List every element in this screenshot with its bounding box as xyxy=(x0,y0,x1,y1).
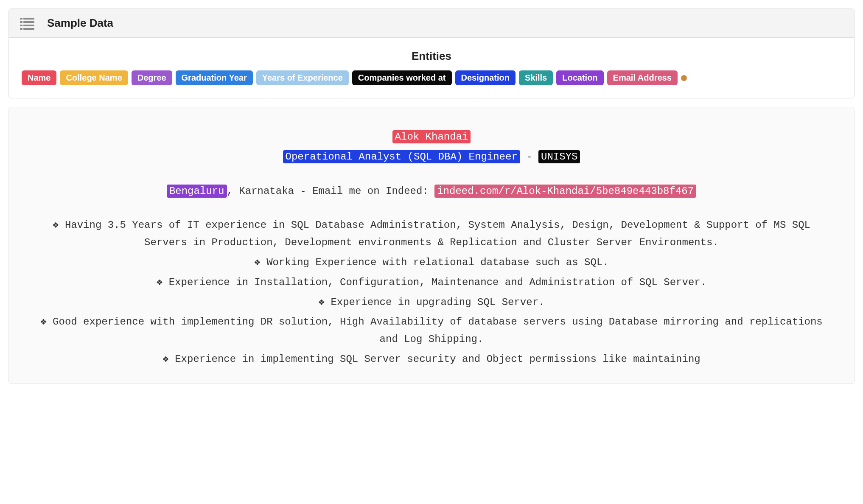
tag-designation[interactable]: Operational Analyst (SQL DBA) Engineer xyxy=(283,150,520,163)
panel-title: Sample Data xyxy=(47,17,113,30)
entity-chip[interactable]: Years of Experience xyxy=(256,70,349,85)
bullet-line: Experience in upgrading SQL Server. xyxy=(34,294,829,311)
plain-text: , Karnataka - Email me on Indeed: xyxy=(227,185,435,197)
entity-chip[interactable]: Skills xyxy=(519,70,553,85)
tag-name[interactable]: Alok Khandai xyxy=(392,130,471,143)
document-panel: Alok Khandai Operational Analyst (SQL DB… xyxy=(8,107,855,384)
bullet-line: Good experience with implementing DR sol… xyxy=(34,314,829,348)
tag-location[interactable]: Bengaluru xyxy=(167,185,227,198)
entity-chip[interactable]: Companies worked at xyxy=(352,70,452,85)
bullet-list: Having 3.5 Years of IT experience in SQL… xyxy=(34,217,829,368)
bullet-line: Experience in implementing SQL Server se… xyxy=(34,351,829,368)
entities-section: Entities NameCollege NameDegreeGraduatio… xyxy=(9,38,854,98)
entity-chip[interactable]: College Name xyxy=(60,70,128,85)
tag-company[interactable]: UNISYS xyxy=(538,150,580,163)
entity-chip[interactable]: Name xyxy=(22,70,56,85)
bullet-line: Working Experience with relational datab… xyxy=(34,254,829,272)
panel-header: Sample Data xyxy=(9,9,854,38)
sample-data-panel: Sample Data Entities NameCollege NameDeg… xyxy=(8,8,855,98)
entity-chip[interactable]: Designation xyxy=(455,70,516,85)
plain-text: - xyxy=(520,151,538,162)
bullet-line: Experience in Installation, Configuratio… xyxy=(34,274,829,291)
tag-email[interactable]: indeed.com/r/Alok-Khandai/5be849e443b8f4… xyxy=(434,185,696,198)
bullet-line: Having 3.5 Years of IT experience in SQL… xyxy=(34,217,829,252)
entity-chip[interactable]: Graduation Year xyxy=(176,70,253,85)
list-icon[interactable] xyxy=(21,18,34,29)
entity-chip[interactable]: Degree xyxy=(132,70,172,85)
entity-chips: NameCollege NameDegreeGraduation YearYea… xyxy=(22,70,841,85)
entity-chip[interactable]: Email Address xyxy=(607,70,678,85)
entity-chip[interactable]: Location xyxy=(556,70,603,85)
more-indicator-dot[interactable] xyxy=(681,75,687,81)
entities-title: Entities xyxy=(22,50,841,63)
